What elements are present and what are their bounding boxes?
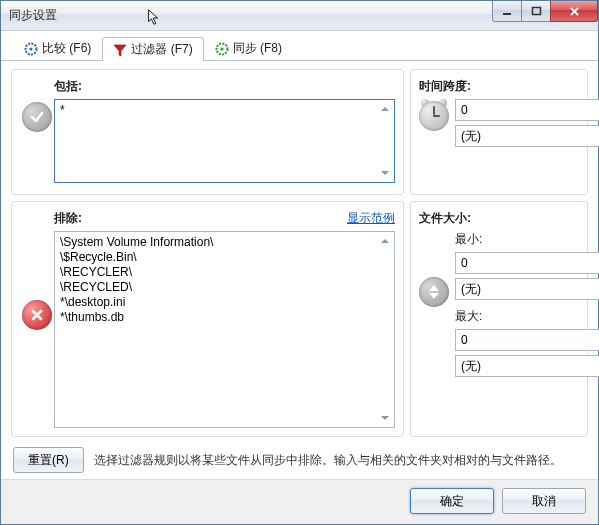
funnel-icon (113, 43, 127, 57)
client-area: 比较 (F6) 过滤器 (F7) 同步 (F8) (1, 31, 598, 524)
exclude-icon-slot (20, 210, 54, 428)
combo-value: (无) (456, 126, 599, 146)
max-value-input[interactable] (455, 329, 599, 351)
tab-label: 过滤器 (F7) (131, 41, 192, 58)
timespan-unit-combo[interactable]: (无) (455, 125, 599, 147)
max-spinner (455, 329, 599, 351)
exclude-group: 排除: 显示范例 (11, 201, 404, 437)
tab-filter[interactable]: 过滤器 (F7) (102, 37, 203, 61)
include-textarea[interactable] (55, 100, 394, 182)
filter-panel: 包括: (1, 61, 598, 441)
max-label: 最大: (455, 308, 599, 325)
exclude-label: 排除: (54, 210, 82, 227)
reset-label: 重置(R) (28, 452, 69, 469)
close-button[interactable] (550, 1, 598, 22)
sync-settings-window: 同步设置 比较 (F6) 过滤器 (F7) 同步 (F8) (0, 0, 599, 525)
cursor-icon (147, 9, 161, 27)
include-icon-slot (20, 78, 54, 186)
exclude-textarea[interactable] (55, 232, 394, 427)
svg-point-3 (29, 47, 32, 50)
window-title: 同步设置 (9, 7, 57, 24)
footer-strip: 重置(R) 选择过滤器规则以将某些文件从同步中排除。输入与相关的文件夹对相对的与… (1, 441, 598, 479)
timespan-spinner (455, 99, 599, 121)
max-unit-combo[interactable]: (无) (455, 355, 599, 377)
dialog-buttons: 确定 取消 (1, 479, 598, 524)
include-label: 包括: (54, 78, 395, 95)
gear-green-icon (215, 42, 229, 56)
filesize-icon-slot (419, 231, 449, 307)
hint-text: 选择过滤器规则以将某些文件从同步中排除。输入与相关的文件夹对相对的与文件路径。 (94, 452, 586, 469)
clock-icon (419, 101, 449, 131)
left-column: 包括: (11, 69, 404, 437)
tab-label: 比较 (F6) (42, 40, 91, 57)
timespan-label: 时间跨度: (419, 78, 579, 95)
tab-sync[interactable]: 同步 (F8) (204, 36, 293, 60)
cancel-button[interactable]: 取消 (502, 488, 586, 514)
timespan-group: 时间跨度: (410, 69, 588, 195)
svg-rect-0 (503, 13, 511, 15)
filesize-group: 文件大小: 最小: (410, 201, 588, 437)
reset-button[interactable]: 重置(R) (13, 447, 84, 473)
ok-label: 确定 (440, 493, 464, 510)
cancel-label: 取消 (532, 493, 556, 510)
gear-icon (24, 42, 38, 56)
show-example-link[interactable]: 显示范例 (347, 210, 395, 227)
tab-label: 同步 (F8) (233, 40, 282, 57)
min-spinner (455, 252, 599, 274)
updown-circle-icon (419, 277, 449, 307)
include-textarea-wrap (54, 99, 395, 183)
combo-value: (无) (456, 279, 599, 299)
clock-icon-slot (419, 99, 449, 133)
svg-point-5 (220, 47, 223, 50)
min-unit-combo[interactable]: (无) (455, 278, 599, 300)
tab-compare[interactable]: 比较 (F6) (13, 36, 102, 60)
include-group: 包括: (11, 69, 404, 195)
maximize-button[interactable] (521, 1, 551, 22)
timespan-value-input[interactable] (455, 99, 599, 121)
svg-rect-1 (532, 7, 540, 14)
x-circle-icon (22, 300, 52, 330)
filesize-label: 文件大小: (419, 210, 579, 227)
min-label: 最小: (455, 231, 599, 248)
exclude-textarea-wrap (54, 231, 395, 428)
minimize-button[interactable] (492, 1, 522, 22)
min-value-input[interactable] (455, 252, 599, 274)
ok-button[interactable]: 确定 (410, 488, 494, 514)
tab-strip: 比较 (F6) 过滤器 (F7) 同步 (F8) (1, 31, 598, 61)
window-controls (493, 1, 598, 22)
check-circle-icon (22, 102, 52, 132)
right-column: 时间跨度: (410, 69, 588, 437)
combo-value: (无) (456, 356, 599, 376)
titlebar[interactable]: 同步设置 (1, 1, 598, 31)
